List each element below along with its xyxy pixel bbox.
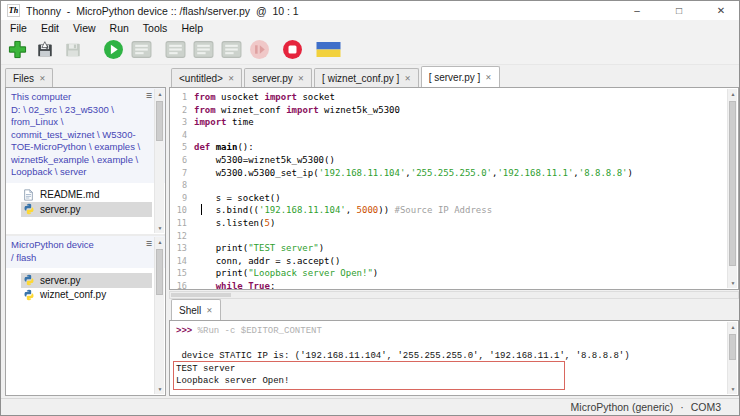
code-text: s = socket()	[194, 192, 281, 205]
close-tab-icon[interactable]: ✕	[404, 74, 410, 83]
file-item[interactable]: wiznet_conf.py	[21, 288, 152, 303]
files-tab[interactable]: Files ✕	[5, 68, 53, 87]
file-item-label: README.md	[40, 189, 99, 200]
close-tab-icon[interactable]: ✕	[228, 74, 234, 83]
scrollbar-thumb[interactable]	[156, 101, 163, 141]
new-file-button[interactable]	[5, 38, 29, 62]
resume-button[interactable]	[247, 38, 271, 62]
minimize-button[interactable]: –	[619, 1, 655, 20]
code-line: 4	[172, 129, 738, 142]
file-item[interactable]: README.md	[21, 188, 152, 203]
close-shell-tab-icon[interactable]: ✕	[206, 306, 212, 315]
editor-tab-1-server.py[interactable]: server.py✕	[244, 68, 312, 87]
scroll-down-icon[interactable]: ▼	[728, 386, 738, 392]
editor-horizontal-scrollbar[interactable]	[169, 291, 739, 299]
code-text: s.bind(('192.168.11.104', 5000)) #Source…	[194, 204, 492, 217]
files-scrollbar[interactable]: ▲▼	[154, 237, 164, 394]
file-item[interactable]: server.py	[21, 202, 152, 217]
code-lines-container: 1from usocket import socket2from wiznet_…	[170, 88, 738, 290]
scrollbar-thumb[interactable]	[171, 293, 231, 297]
tab-label: [ server.py ]	[429, 72, 481, 83]
status-bar: MicroPython (generic) · COM3	[1, 398, 739, 415]
python-icon	[23, 203, 35, 215]
step-out-button[interactable]	[219, 38, 243, 62]
files-menu-icon[interactable]: ☰	[146, 238, 152, 251]
editor-tab-bar: <untitled>✕server.py✕[ wiznet_conf.py ]✕…	[169, 65, 739, 87]
shell-tab[interactable]: Shell ✕	[171, 299, 221, 320]
scroll-up-icon[interactable]: ▲	[728, 91, 738, 97]
files-tab-bar: Files ✕	[5, 65, 166, 87]
support-ukraine-button[interactable]	[314, 38, 342, 62]
file-item[interactable]: server.py	[21, 273, 152, 288]
shell-line	[176, 338, 738, 351]
close-tab-icon[interactable]: ✕	[298, 74, 304, 83]
step-into-icon	[193, 39, 214, 60]
open-file-button[interactable]	[33, 38, 57, 62]
file-item-label: server.py	[40, 275, 81, 286]
menu-help[interactable]: Help	[174, 22, 210, 34]
files-menu-icon[interactable]: ☰	[146, 90, 152, 103]
line-number: 8	[172, 179, 194, 192]
shell-scrollbar[interactable]: ▲▼	[727, 322, 737, 394]
scrollbar-thumb[interactable]	[729, 334, 736, 360]
editor-tab-0-untitled[interactable]: <untitled>✕	[171, 68, 242, 87]
ukraine-flag-icon	[316, 42, 341, 57]
code-text: w5300=wiznet5k_w5300()	[194, 154, 335, 167]
code-line: 8	[172, 179, 738, 192]
shell-panel[interactable]: >>> %Run -c $EDITOR_CONTENT device STATI…	[169, 320, 739, 396]
scrollbar-thumb[interactable]	[156, 249, 163, 295]
line-number: 10	[172, 204, 194, 217]
line-number: 9	[172, 192, 194, 205]
scroll-up-icon[interactable]: ▲	[155, 239, 165, 245]
editor-tab-2-wiznet-conf.py[interactable]: [ wiznet_conf.py ]✕	[314, 68, 419, 87]
step-over-button[interactable]	[163, 38, 187, 62]
scroll-down-icon[interactable]: ▼	[155, 225, 165, 231]
maximize-button[interactable]: □	[661, 1, 697, 20]
menu-file[interactable]: File	[3, 22, 34, 34]
toolbar	[1, 35, 739, 65]
run-current-script-button[interactable]	[101, 38, 125, 62]
code-line: 3import time	[172, 116, 738, 129]
editor-tab-3-server.py[interactable]: [ server.py ]✕	[421, 66, 500, 87]
menu-edit[interactable]: Edit	[34, 22, 66, 34]
line-number: 1	[172, 91, 194, 104]
menu-view[interactable]: View	[66, 22, 103, 34]
line-number: 3	[172, 116, 194, 129]
code-text: s.listen(5)	[194, 217, 275, 230]
editor-scrollbar[interactable]: ▲▼	[727, 89, 737, 288]
file-item-label: wiznet_conf.py	[40, 289, 106, 300]
debug-current-script-button[interactable]	[129, 38, 153, 62]
code-line: 13 print("TEST server")	[172, 242, 738, 255]
step-into-button[interactable]	[191, 38, 215, 62]
code-line: 9 s = socket()	[172, 192, 738, 205]
code-text: while True:	[194, 280, 275, 290]
menu-tools[interactable]: Tools	[136, 22, 175, 34]
scroll-down-icon[interactable]: ▼	[155, 386, 165, 392]
scrollbar-thumb[interactable]	[729, 101, 736, 266]
code-line: 16 while True:	[172, 280, 738, 290]
scroll-up-icon[interactable]: ▲	[155, 91, 165, 97]
files-section-header: MicroPython device/ flash☰	[6, 236, 165, 268]
shell-line: device STATIC IP is: ('192.168.11.104', …	[176, 350, 738, 363]
status-separator: ·	[680, 401, 684, 413]
close-button[interactable]: ✕	[703, 1, 739, 20]
scroll-up-icon[interactable]: ▲	[728, 324, 738, 330]
save-file-button[interactable]	[61, 38, 85, 62]
code-text: def main():	[194, 141, 254, 154]
code-line: 12	[172, 230, 738, 243]
close-tab-icon[interactable]: ✕	[485, 73, 491, 82]
code-line: 2from wiznet_conf import wiznet5k_w5300	[172, 104, 738, 117]
stop-restart-button[interactable]	[280, 38, 304, 62]
files-panel-body: This computerD: \ 02_src \ 23_w5300 \ fr…	[5, 87, 166, 396]
backend-selector[interactable]: MicroPython (generic) · COM3	[569, 401, 723, 413]
title-bar: Th Thonny - MicroPython device :: /flash…	[1, 1, 739, 20]
code-text: from wiznet_conf import wiznet5k_w5300	[194, 104, 400, 117]
close-files-tab-icon[interactable]: ✕	[39, 74, 45, 83]
scroll-down-icon[interactable]: ▼	[728, 280, 738, 286]
code-text: from usocket import socket	[194, 91, 335, 104]
files-scrollbar[interactable]: ▲▼	[154, 89, 164, 233]
code-line: 6 w5300=wiznet5k_w5300()	[172, 154, 738, 167]
code-line: 14 conn, addr = s.accept()	[172, 255, 738, 268]
menu-run[interactable]: Run	[103, 22, 136, 34]
code-editor[interactable]: 1from usocket import socket2from wiznet_…	[169, 87, 739, 290]
